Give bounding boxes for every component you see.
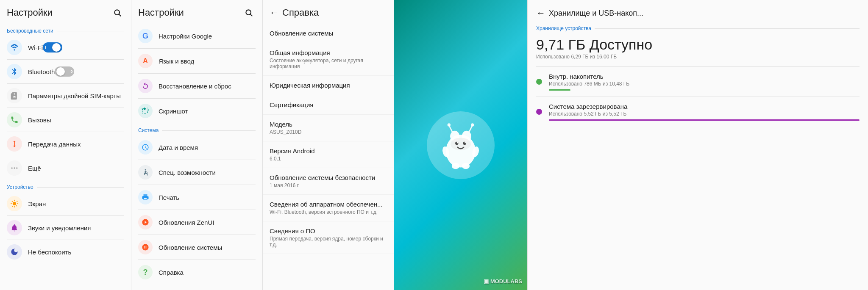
info-model[interactable]: Модель ASUS_Z010D	[263, 115, 394, 141]
system-used: Использовано 5,52 ГБ из 5,52 ГБ	[549, 111, 860, 117]
list-item-calls[interactable]: Вызовы	[0, 108, 131, 132]
svg-point-14	[471, 123, 474, 126]
info-sysupdate[interactable]: Обновление системы	[263, 24, 394, 43]
sounds-label: Звуки и уведомления	[28, 224, 91, 232]
storage-used-text: Использовано 6,29 ГБ из 16,00 ГБ	[528, 53, 868, 66]
bluetooth-icon	[7, 64, 22, 79]
panel5-back-button[interactable]: ←	[536, 8, 545, 19]
list-item-sim[interactable]: Параметры двойной SIM-карты	[0, 84, 131, 108]
sim-label: Параметры двойной SIM-карты	[28, 92, 121, 99]
panel3-title: Справка	[282, 7, 319, 18]
list-item-data[interactable]: Передача данных	[0, 132, 131, 156]
list-item-bluetooth[interactable]: Bluetooth 0	[0, 60, 131, 83]
panel5-header: ← Хранилище и USB-накоп...	[528, 0, 868, 24]
panel1-header: Настройки	[0, 0, 131, 24]
language-icon: A	[138, 54, 153, 68]
settings-google[interactable]: G Настройки Google	[131, 24, 262, 48]
print-icon	[138, 190, 153, 204]
calls-icon	[7, 112, 22, 127]
settings-help[interactable]: ? Справка	[131, 260, 262, 284]
settings-language[interactable]: A Язык и ввод	[131, 49, 262, 73]
settings-accessibility[interactable]: Спец. возможности	[131, 160, 262, 185]
info-android-label: Версия Android	[270, 147, 387, 155]
screen-label: Экран	[28, 200, 46, 207]
info-security[interactable]: Обновление системы безопасности 1 мая 20…	[263, 168, 394, 195]
list-item-dnd[interactable]: Не беспокоить	[0, 240, 131, 264]
svg-point-12	[448, 123, 451, 126]
settings-print[interactable]: Печать	[131, 185, 262, 210]
panel2-scroll: G Настройки Google A Язык и ввод Восстан…	[131, 24, 262, 290]
svg-point-16	[455, 141, 458, 144]
panel-storage: ← Хранилище и USB-накоп... Хранилище уст…	[528, 0, 868, 290]
system-bar	[549, 119, 860, 121]
storage-internal[interactable]: Внутр. накопитель Использовано 786 МБ из…	[528, 67, 868, 97]
dnd-icon	[7, 244, 22, 260]
panel-settings-system: Настройки G Настройки Google A Язык и вв…	[131, 0, 263, 290]
screenshot-label: Скриншот	[159, 108, 188, 115]
bluetooth-label: Bluetooth	[28, 68, 55, 75]
help-label: Справка	[159, 269, 184, 276]
accessibility-icon	[138, 165, 153, 180]
internal-bar	[549, 89, 570, 91]
datetime-icon	[138, 140, 153, 155]
svg-point-18	[457, 142, 458, 143]
restore-icon	[138, 79, 153, 93]
wifi-label: Wi-Fi	[28, 44, 43, 51]
info-sysupdate-label: Обновление системы	[270, 30, 387, 37]
info-software-label: Сведения о ПО	[270, 227, 387, 235]
panel3-scroll: Обновление системы Общая информация Сост…	[263, 24, 394, 290]
svg-point-5	[246, 10, 251, 15]
storage-system[interactable]: Система зарезервирована Использовано 5,5…	[528, 97, 868, 127]
svg-point-17	[463, 141, 466, 144]
internal-title: Внутр. накопитель	[549, 73, 860, 80]
svg-point-22	[452, 163, 459, 169]
section-wireless: Беспроводные сети	[0, 24, 131, 36]
settings-restore[interactable]: Восстановление и сброс	[131, 74, 262, 98]
settings-datetime[interactable]: Дата и время	[131, 135, 262, 160]
info-hardware-sub: Wi-Fi, Bluetooth, версия встроенного ПО …	[270, 209, 387, 215]
info-model-label: Модель	[270, 121, 387, 128]
system-dot	[536, 109, 542, 115]
svg-point-7	[145, 169, 146, 171]
panel1-search-button[interactable]	[111, 6, 124, 19]
list-item-sounds[interactable]: Звуки и уведомления	[0, 216, 131, 240]
bluetooth-toggle[interactable]: 0	[55, 66, 74, 77]
svg-point-23	[462, 163, 470, 169]
svg-point-19	[465, 142, 466, 143]
wifi-toggle[interactable]: I	[43, 42, 62, 52]
info-model-value: ASUS_Z010D	[270, 129, 387, 135]
info-hardware-label: Сведения об аппаратном обеспечен...	[270, 201, 387, 208]
info-legal[interactable]: Юридическая информация	[263, 76, 394, 95]
internal-used: Использовано 786 МБ из 10,48 ГБ	[549, 81, 860, 87]
svg-line-1	[119, 14, 121, 17]
list-item-wifi[interactable]: Wi-Fi I	[0, 36, 131, 59]
help-icon: ?	[138, 265, 153, 279]
google-label: Настройки Google	[159, 33, 212, 40]
panel3-header: ← Справка	[263, 0, 394, 24]
panel2-search-button[interactable]	[242, 6, 256, 19]
panel2-header: Настройки	[131, 0, 262, 24]
list-item-more[interactable]: Ещё	[0, 156, 131, 180]
section-device: Устройство	[0, 180, 131, 192]
list-item-screen[interactable]: Экран	[0, 192, 131, 215]
info-general[interactable]: Общая информация Состояние аккумулятора,…	[263, 43, 394, 76]
panel1-scroll: Беспроводные сети Wi-Fi I Bluetooth	[0, 24, 131, 290]
settings-zenui[interactable]: Обновления ZenUI	[131, 210, 262, 235]
info-android[interactable]: Версия Android 6.0.1	[263, 141, 394, 168]
svg-point-0	[114, 10, 120, 15]
info-hardware[interactable]: Сведения об аппаратном обеспечен... Wi-F…	[263, 195, 394, 221]
settings-sysupdate[interactable]: Обновление системы	[131, 235, 262, 260]
internal-dot	[536, 79, 542, 85]
info-software[interactable]: Сведения о ПО Прямая передача, версия яд…	[263, 221, 394, 254]
panel3-back-button[interactable]: ←	[270, 7, 279, 18]
settings-screenshot[interactable]: Скриншот	[131, 99, 262, 123]
panel-mascot: ▣ MODULABS	[394, 0, 528, 290]
info-android-value: 6.0.1	[270, 156, 387, 162]
storage-section-label: Хранилище устройства	[536, 25, 860, 33]
wifi-icon	[7, 40, 22, 55]
marshmallow-svg	[435, 120, 486, 171]
sysupdate-icon	[138, 240, 153, 254]
screenshot-icon	[138, 104, 153, 118]
sysupdate-label: Обновление системы	[159, 244, 222, 251]
info-cert[interactable]: Сертификация	[263, 95, 394, 115]
